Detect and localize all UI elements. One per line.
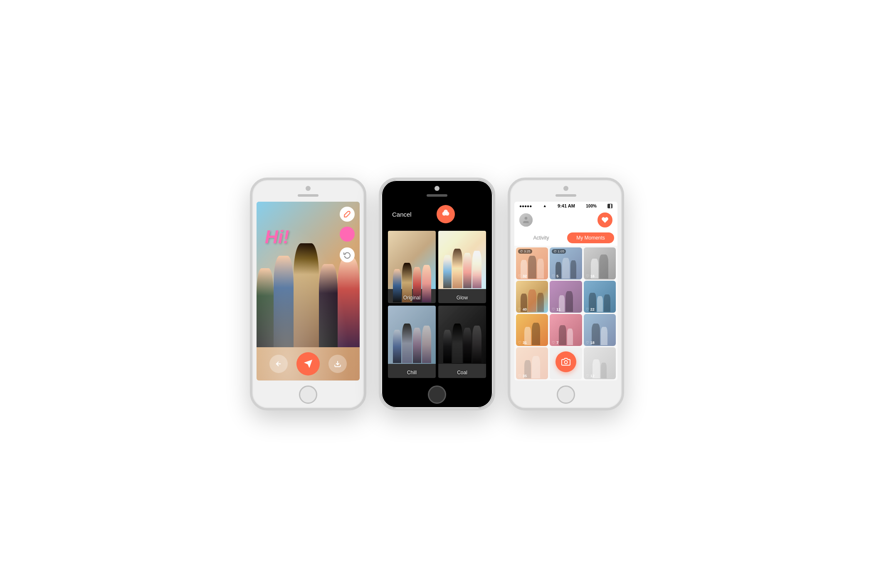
moment-cell-10[interactable]: ♡ 35 [516, 347, 548, 379]
cancel-button[interactable]: Cancel [392, 211, 412, 218]
likes-overlay-4: ♡ 40 [516, 306, 548, 313]
moment-cell-3[interactable]: ♡ 16 [584, 247, 616, 279]
download-button[interactable] [328, 355, 347, 373]
likes-overlay-10: ♡ 35 [516, 373, 548, 379]
likes-overlay-2: ♡ 5 [550, 273, 582, 279]
photo-editor-screen: Hi! [257, 202, 360, 380]
moment-cell-8[interactable]: ♡ 7 [550, 314, 582, 346]
heart-button[interactable] [597, 212, 612, 227]
color-picker[interactable] [340, 227, 355, 242]
filter-header: Cancel [385, 200, 489, 228]
phone-1-screen: Hi! [257, 202, 360, 380]
camera-fab[interactable] [556, 351, 576, 372]
tab-activity[interactable]: Activity [518, 232, 565, 243]
phone-2: Cancel [379, 178, 495, 410]
moment-cell-2[interactable]: ⏱1:05 ♡ 5 [550, 247, 582, 279]
phone-2-screen: Cancel [385, 200, 489, 380]
moment-cell-1[interactable]: ⏱3:25 ♡ 32 [516, 247, 548, 279]
moment-cell-12[interactable]: ♡ 12 [584, 347, 616, 379]
phone-1: Hi! [250, 178, 366, 410]
coal-overlay [438, 306, 486, 364]
filter-coal[interactable]: Coal [438, 306, 486, 378]
likes-overlay-3: ♡ 16 [584, 273, 616, 279]
filter-selector-screen: Cancel [385, 200, 489, 380]
duration-2: ⏱1:05 [552, 249, 566, 254]
likes-overlay-12: ♡ 12 [584, 373, 616, 379]
tab-bar: Activity My Moments [514, 230, 617, 246]
battery-icon: ▐ [607, 204, 612, 208]
wifi-icon: ▲ [543, 204, 547, 208]
home-button-1[interactable] [299, 385, 317, 404]
svg-point-3 [525, 217, 528, 220]
phone-3: ●●●●● ▲ 9:41 AM 100% ▐ [508, 178, 624, 410]
filter-glow[interactable]: Glow [438, 231, 486, 303]
moment-cell-6[interactable]: ♡ 22 [584, 281, 616, 313]
back-button[interactable] [269, 355, 288, 373]
brush-button[interactable] [340, 207, 355, 222]
filter-chill[interactable]: Chill [388, 306, 436, 378]
battery-display: 100% [586, 204, 597, 208]
filter-label-glow: Glow [438, 295, 486, 301]
moment-cell-7[interactable]: ♡ 31 [516, 314, 548, 346]
moment-cell-5[interactable]: ♡ 11 [550, 281, 582, 313]
time-display: 9:41 AM [558, 203, 575, 208]
send-button[interactable] [296, 352, 320, 376]
duration-1: ⏱3:25 [518, 249, 532, 254]
home-button-3[interactable] [557, 385, 575, 404]
likes-overlay-6: ♡ 22 [584, 306, 616, 313]
rotate-button[interactable] [340, 247, 355, 262]
app-logo [437, 205, 455, 223]
filter-label-chill: Chill [388, 370, 436, 376]
editor-bottom-bar [257, 347, 360, 380]
likes-overlay-5: ♡ 11 [550, 306, 582, 313]
app-scene: Hi! [233, 161, 641, 427]
filter-grid: Original [385, 228, 489, 380]
likes-overlay-9: ♡ 18 [584, 339, 616, 346]
likes-overlay-1: ♡ 32 [516, 273, 548, 279]
likes-overlay-7: ♡ 31 [516, 339, 548, 346]
chill-overlay [388, 306, 436, 364]
glow-overlay [438, 231, 486, 289]
tab-my-moments[interactable]: My Moments [567, 232, 614, 243]
likes-overlay-8: ♡ 7 [550, 339, 582, 346]
phone-3-screen: ●●●●● ▲ 9:41 AM 100% ▐ [514, 202, 617, 380]
moment-cell-9[interactable]: ♡ 18 [584, 314, 616, 346]
app-header [514, 210, 617, 230]
filter-label-original: Original [388, 295, 436, 301]
moment-cell-4[interactable]: ♡ 40 [516, 281, 548, 313]
my-moments-screen: ●●●●● ▲ 9:41 AM 100% ▐ [514, 202, 617, 380]
signal-dots: ●●●●● [519, 204, 532, 208]
user-avatar[interactable] [519, 213, 533, 227]
filter-label-coal: Coal [438, 370, 486, 376]
filter-original[interactable]: Original [388, 231, 436, 303]
svg-point-2 [444, 210, 448, 214]
svg-point-4 [564, 361, 567, 363]
greeting-text: Hi! [265, 227, 289, 247]
home-button-2[interactable] [428, 385, 446, 404]
status-bar: ●●●●● ▲ 9:41 AM 100% ▐ [514, 202, 617, 210]
